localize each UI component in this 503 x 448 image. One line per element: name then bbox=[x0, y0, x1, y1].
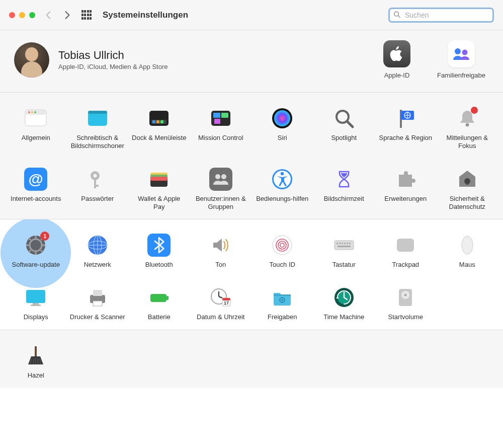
pref-startup-disk[interactable]: Startvolume bbox=[375, 284, 437, 323]
prefs-section-2: 1 Software-update Netzwerk Bluetooth Ton bbox=[0, 219, 503, 330]
svg-rect-76 bbox=[31, 305, 41, 306]
svg-point-2 bbox=[455, 48, 461, 54]
region-icon bbox=[394, 107, 417, 130]
svg-rect-17 bbox=[213, 113, 220, 118]
pref-general[interactable]: Allgemein bbox=[5, 105, 67, 153]
svg-rect-70 bbox=[349, 243, 351, 244]
prefs-grid-row4: Displays Drucker & Scanner Batterie 17 D… bbox=[0, 284, 503, 323]
svg-rect-37 bbox=[150, 177, 167, 181]
prefs-grid-row3: 1 Software-update Netzwerk Bluetooth Ton bbox=[0, 232, 503, 271]
bluetooth-icon bbox=[147, 234, 171, 257]
minimize-button[interactable] bbox=[19, 12, 25, 18]
pref-internet-accounts[interactable]: @ Internet-accounts bbox=[5, 166, 67, 213]
pref-trackpad[interactable]: Trackpad bbox=[375, 232, 437, 271]
pref-language-region[interactable]: Sprache & Region bbox=[375, 105, 437, 153]
label: Bildschirmzeit bbox=[324, 195, 364, 203]
family-sharing-item[interactable]: Familienfreigabe bbox=[434, 40, 489, 79]
all-prefs-button[interactable] bbox=[80, 8, 93, 23]
label: Datum & Uhrzeit bbox=[197, 313, 244, 321]
search-input[interactable] bbox=[388, 8, 494, 23]
pref-accessibility[interactable]: Bedienungs-hilfen bbox=[252, 166, 313, 213]
pref-bluetooth[interactable]: Bluetooth bbox=[128, 232, 190, 271]
display-icon bbox=[24, 286, 47, 309]
svg-point-38 bbox=[215, 174, 220, 179]
pref-sharing[interactable]: Freigaben bbox=[252, 284, 313, 323]
pref-passwords[interactable]: Passwörter bbox=[67, 166, 129, 213]
search-container bbox=[388, 8, 494, 23]
avatar[interactable] bbox=[14, 42, 49, 78]
svg-rect-15 bbox=[160, 120, 163, 123]
user-info[interactable]: Tobias Ullrich Apple-ID, iCloud, Medien … bbox=[58, 49, 168, 70]
label: Wallet & Apple Pay bbox=[131, 195, 187, 211]
pref-wallet[interactable]: Wallet & Apple Pay bbox=[128, 166, 190, 213]
label: Ton bbox=[215, 261, 226, 269]
svg-rect-66 bbox=[339, 243, 341, 244]
apple-id-item[interactable]: Apple-ID bbox=[369, 40, 425, 79]
label: Spotlight bbox=[331, 134, 357, 142]
printer-icon bbox=[86, 286, 109, 309]
pref-siri[interactable]: Siri bbox=[252, 105, 313, 153]
apple-logo-icon bbox=[383, 40, 410, 67]
pref-battery[interactable]: Batterie bbox=[128, 284, 190, 323]
pref-printers[interactable]: Drucker & Scanner bbox=[67, 284, 129, 323]
label: Maus bbox=[459, 261, 475, 269]
pref-dock[interactable]: Dock & Menüleiste bbox=[128, 105, 190, 153]
clock-calendar-icon: 17 bbox=[209, 286, 232, 309]
pref-screentime[interactable]: Bildschirmzeit bbox=[313, 166, 375, 213]
fingerprint-icon bbox=[271, 234, 294, 257]
pref-time-machine[interactable]: Time Machine bbox=[313, 284, 375, 323]
bell-icon bbox=[456, 107, 479, 130]
pref-sound[interactable]: Ton bbox=[190, 232, 252, 271]
pref-users-groups[interactable]: Benutzer:innen & Gruppen bbox=[190, 166, 252, 213]
svg-point-42 bbox=[281, 172, 284, 175]
label: Erweiterungen bbox=[384, 195, 427, 203]
pref-network[interactable]: Netzwerk bbox=[67, 232, 129, 271]
pref-notifications[interactable]: Mitteilungen & Fokus bbox=[437, 105, 498, 153]
svg-rect-64 bbox=[334, 241, 354, 250]
keyboard-icon bbox=[332, 234, 356, 257]
svg-rect-74 bbox=[26, 290, 45, 303]
pref-keyboard[interactable]: Tastatur bbox=[313, 232, 375, 271]
pref-hazel[interactable]: Hazel bbox=[5, 342, 67, 382]
svg-rect-75 bbox=[33, 303, 39, 305]
accessibility-icon bbox=[271, 168, 294, 191]
desktop-icon bbox=[86, 107, 109, 130]
svg-rect-13 bbox=[152, 120, 155, 123]
svg-rect-65 bbox=[337, 243, 338, 244]
svg-rect-94 bbox=[35, 346, 37, 356]
update-badge: 1 bbox=[40, 232, 49, 241]
pref-extensions[interactable]: Erweiterungen bbox=[375, 166, 437, 213]
svg-rect-81 bbox=[166, 296, 169, 300]
family-icon bbox=[448, 40, 475, 67]
puzzle-icon bbox=[394, 168, 417, 191]
svg-rect-78 bbox=[93, 290, 102, 296]
label: Freigaben bbox=[268, 313, 297, 321]
pref-displays[interactable]: Displays bbox=[5, 284, 67, 323]
label: Time Machine bbox=[323, 313, 364, 321]
disk-icon bbox=[394, 286, 417, 309]
svg-point-3 bbox=[462, 50, 468, 55]
label: Sicherheit & Datenschutz bbox=[440, 195, 495, 211]
pref-touch-id[interactable]: Touch ID bbox=[252, 232, 313, 271]
apple-id-label: Apple-ID bbox=[369, 71, 425, 79]
label: Trackpad bbox=[392, 261, 419, 269]
close-button[interactable] bbox=[9, 12, 15, 18]
label: Mission Control bbox=[198, 134, 243, 142]
pref-mission-control[interactable]: Mission Control bbox=[190, 105, 252, 153]
svg-rect-71 bbox=[338, 246, 351, 247]
forward-button[interactable] bbox=[61, 8, 73, 23]
svg-rect-67 bbox=[342, 243, 343, 244]
back-button[interactable] bbox=[42, 8, 54, 23]
fullscreen-button[interactable] bbox=[29, 12, 35, 18]
pref-spotlight[interactable]: Spotlight bbox=[313, 105, 375, 153]
mouse-icon bbox=[456, 234, 479, 257]
pref-security[interactable]: Sicherheit & Datenschutz bbox=[437, 166, 498, 213]
label: Hazel bbox=[28, 371, 44, 380]
pref-desktop[interactable]: Schreibtisch & Bildschirmschoner bbox=[67, 105, 129, 153]
search-icon bbox=[393, 11, 400, 19]
pref-software-update[interactable]: 1 Software-update bbox=[5, 232, 67, 271]
svg-point-29 bbox=[465, 123, 469, 127]
battery-icon bbox=[147, 286, 171, 309]
pref-mouse[interactable]: Maus bbox=[437, 232, 498, 271]
pref-date-time[interactable]: 17 Datum & Uhrzeit bbox=[190, 284, 252, 323]
